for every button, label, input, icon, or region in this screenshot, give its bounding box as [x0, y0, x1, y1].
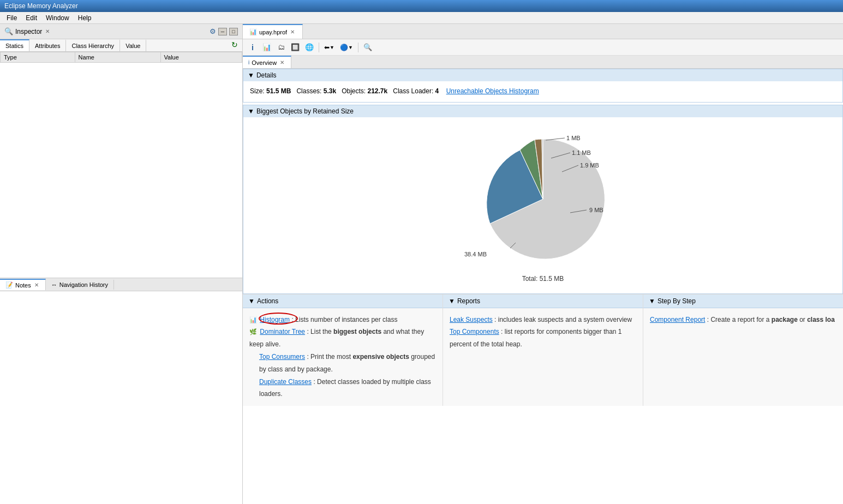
filter-icon: 🔵	[340, 44, 348, 51]
step-by-step-header[interactable]: ▼ Step By Step	[643, 295, 843, 308]
inspector-tab-row: Statics Attributes Class Hierarchy Value…	[0, 39, 242, 52]
reports-title: Reports	[457, 297, 480, 305]
action-top-consumers: Top Consumers : Print the most expensive…	[249, 351, 436, 376]
content-area: i Overview ✕ ▼ Details Size: 51.5 MB Cla…	[243, 56, 843, 504]
classloader-value: 4	[435, 87, 439, 95]
reports-content: Leak Suspects : includes leak suspects a…	[443, 308, 643, 356]
objects-label: Objects:	[342, 87, 366, 95]
pie-chart-svg: 38.4 MB 9 MB 1.9 MB 1.1 MB	[461, 128, 625, 270]
biggest-objects-title: Biggest Objects by Retained Size	[256, 107, 354, 115]
classes-value: 5.3k	[324, 87, 336, 95]
left-panel: 🔍 Inspector ✕ ⚙ ─ □ Statics Attributes C…	[0, 24, 243, 504]
editor-tab-hprof[interactable]: 📊 upay.hprof ✕	[243, 24, 303, 39]
component-report-link[interactable]: Component Report	[650, 316, 705, 323]
inspector-title-area: 🔍 Inspector ✕	[4, 27, 51, 35]
tab-navigation-history[interactable]: ↔ Navigation History	[46, 280, 114, 290]
nav-history-label: Navigation History	[59, 281, 108, 288]
component-report-desc: : Create a report for a package or class…	[707, 316, 835, 323]
menu-window[interactable]: Window	[41, 13, 74, 23]
inner-tab-overview[interactable]: i Overview ✕	[243, 56, 291, 68]
unreachable-link[interactable]: Unreachable Objects Histogram	[446, 87, 539, 95]
inspector-icon: 🔍	[4, 27, 13, 35]
actions-col: ▼ Actions 📊 Histogram : Lists number of …	[243, 295, 443, 406]
toolbar-objects-btn[interactable]: 🗂	[274, 41, 288, 53]
toolbar-filter-dropdown[interactable]: 🔵 ▼	[338, 41, 355, 53]
hprof-close-icon[interactable]: ✕	[289, 29, 296, 35]
inspector-action-icon[interactable]: ⚙	[210, 27, 216, 35]
svg-text:38.4 MB: 38.4 MB	[464, 251, 487, 257]
notes-icon: 📝	[5, 281, 13, 289]
nav-history-icon: ↔	[51, 281, 57, 288]
inspector-table-container: Type Name Value	[0, 52, 242, 278]
duplicate-link[interactable]: Duplicate Classes	[259, 378, 312, 386]
reports-collapse-icon: ▼	[449, 297, 455, 305]
toolbar: i 📊 🗂 🔲 🌐 ⬅ ▼ 🔵 ▼ 🔍	[243, 39, 843, 56]
inspector-controls: ⚙ ─ □	[210, 27, 238, 35]
inspector-close-icon[interactable]: ✕	[44, 28, 51, 34]
inspector-maximize-btn[interactable]: □	[229, 28, 238, 35]
nav-icon: ⬅	[324, 44, 330, 51]
toolbar-info-btn[interactable]: i	[246, 41, 259, 53]
classes-label: Classes:	[296, 87, 321, 95]
actions-collapse-icon: ▼	[248, 297, 255, 305]
svg-text:1.9 MB: 1.9 MB	[580, 162, 599, 169]
menu-edit[interactable]: Edit	[21, 13, 41, 23]
tab-statics[interactable]: Statics	[0, 39, 29, 51]
tab-attributes[interactable]: Attributes	[29, 39, 66, 51]
refresh-icon[interactable]: ↻	[228, 39, 242, 51]
step-component-report: Component Report : Create a report for a…	[650, 314, 836, 326]
top-consumers-link[interactable]: Top Consumers	[259, 353, 305, 361]
nav-dropdown-arrow: ▼	[330, 45, 334, 50]
notes-label: Notes	[15, 282, 31, 289]
menu-bar: File Edit Window Help	[0, 12, 843, 24]
bottom-sections: ▼ Actions 📊 Histogram : Lists number of …	[243, 294, 843, 406]
pie-total-label: Total: 51.5 MB	[461, 275, 625, 283]
toolbar-search-btn2[interactable]: 🌐	[303, 41, 316, 53]
inner-tab-bar: i Overview ✕	[243, 56, 843, 69]
step-collapse-icon: ▼	[649, 297, 655, 305]
toolbar-sql-btn[interactable]: 🔲	[289, 41, 302, 53]
menu-help[interactable]: Help	[74, 13, 96, 23]
inspector-minimize-btn[interactable]: ─	[218, 28, 227, 35]
toolbar-sep2	[358, 43, 358, 52]
leak-suspects-link[interactable]: Leak Suspects	[450, 316, 493, 323]
toolbar-search-btn[interactable]: 🔍	[361, 41, 374, 53]
actions-title: Actions	[257, 297, 278, 305]
menu-file[interactable]: File	[2, 13, 21, 23]
notes-content	[0, 291, 242, 504]
top-components-link[interactable]: Top Components	[450, 328, 499, 335]
col-type: Type	[1, 52, 75, 63]
classloader-label: Class Loader:	[393, 87, 433, 95]
objects-value: 212.7k	[368, 87, 388, 95]
reports-header[interactable]: ▼ Reports	[443, 295, 643, 308]
pie-chart-wrapper: 38.4 MB 9 MB 1.9 MB 1.1 MB	[461, 128, 625, 283]
notes-close-icon[interactable]: ✕	[33, 282, 40, 288]
tab-value[interactable]: Value	[120, 39, 146, 51]
svg-text:1 MB: 1 MB	[566, 135, 581, 141]
step-by-step-title: Step By Step	[657, 297, 696, 305]
col-value: Value	[160, 52, 242, 63]
tab-notes[interactable]: 📝 Notes ✕	[0, 279, 46, 290]
toolbar-histogram-btn[interactable]: 📊	[260, 41, 273, 53]
action-histogram: 📊 Histogram : Lists number of instances …	[249, 314, 436, 326]
title-bar: Eclipse Memory Analyzer	[0, 0, 843, 12]
details-line: Size: 51.5 MB Classes: 5.3k Objects: 212…	[250, 86, 836, 98]
histogram-link[interactable]: Histogram	[260, 316, 290, 323]
reports-col: ▼ Reports Leak Suspects : includes leak …	[443, 295, 643, 406]
biggest-collapse-icon: ▼	[248, 107, 254, 115]
tab-class-hierarchy[interactable]: Class Hierarchy	[66, 39, 120, 51]
details-section-content: Size: 51.5 MB Classes: 5.3k Objects: 212…	[243, 81, 843, 103]
actions-header[interactable]: ▼ Actions	[243, 295, 443, 308]
overview-close-icon[interactable]: ✕	[279, 59, 285, 65]
biggest-objects-content: 38.4 MB 9 MB 1.9 MB 1.1 MB	[243, 117, 843, 294]
hprof-label: upay.hprof	[259, 29, 287, 35]
biggest-objects-section-header[interactable]: ▼ Biggest Objects by Retained Size	[243, 105, 843, 117]
toolbar-nav-dropdown[interactable]: ⬅ ▼	[322, 41, 337, 53]
dominator-link[interactable]: Dominator Tree	[260, 328, 305, 335]
inspector-label: Inspector	[15, 28, 42, 35]
bottom-tab-bar: 📝 Notes ✕ ↔ Navigation History	[0, 278, 242, 291]
histogram-desc: : Lists number of instances per class	[291, 316, 397, 323]
details-section-header[interactable]: ▼ Details	[243, 69, 843, 81]
dominator-icon: 🌿	[249, 328, 257, 335]
actions-content: 📊 Histogram : Lists number of instances …	[243, 308, 443, 406]
